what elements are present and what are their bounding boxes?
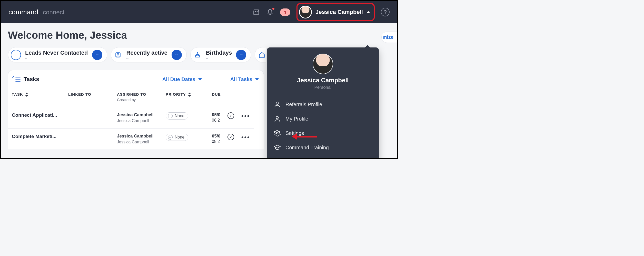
app-header: command connect 3 Jessica Campbell ? (1, 1, 397, 23)
menu-item-label: Command Training (285, 145, 329, 151)
pill-leads-never-contacted[interactable]: L Leads Never Contacted -- -- (8, 47, 107, 62)
tasks-table: TASK LINKED TO ASSIGNED TOCreated by PRI… (8, 87, 264, 150)
caret-up-icon (366, 11, 370, 13)
pill-sub: -- (206, 56, 232, 60)
birthday-icon (193, 51, 202, 59)
created-by: Jessica Campbell (117, 140, 158, 144)
tasks-panel: Tasks All Due Dates All Tasks TASK LINKE… (8, 70, 264, 150)
profile-menu: Jessica Campbell Personal Referrals Prof… (267, 47, 379, 159)
col-due[interactable]: DUE (208, 87, 224, 107)
help-icon[interactable]: ? (381, 8, 390, 16)
home-icon (257, 51, 266, 59)
due-date: 05/0 (212, 112, 220, 117)
filter-due-label: All Due Dates (162, 76, 195, 82)
table-row[interactable]: Complete Marketi... Jessica Campbell Jes… (8, 129, 254, 150)
brand: command connect (8, 8, 64, 16)
minus-icon (168, 114, 173, 118)
table-header-row: TASK LINKED TO ASSIGNED TOCreated by PRI… (8, 87, 250, 107)
menu-avatar (313, 54, 333, 74)
svg-point-2 (117, 53, 119, 55)
menu-item-label: Referrals Profile (285, 102, 322, 107)
created-by: Jessica Campbell (117, 119, 158, 123)
page-title: Welcome Home, Jessica (8, 29, 390, 41)
col-assigned[interactable]: ASSIGNED TOCreated by (113, 87, 162, 107)
pill-more[interactable] (255, 47, 266, 62)
priority-badge: None (166, 112, 188, 120)
menu-item-label: My Profile (285, 116, 308, 122)
svg-point-3 (276, 102, 278, 104)
menu-item-my-profile[interactable]: My Profile (267, 112, 379, 126)
menu-item-command-training[interactable]: Command Training (267, 140, 379, 155)
menu-item-log-out[interactable]: Log Out (267, 155, 379, 159)
filter-all-tasks[interactable]: All Tasks (230, 76, 259, 82)
col-linked[interactable]: LINKED TO (65, 87, 113, 107)
menu-user-role: Personal (267, 85, 379, 90)
complete-task-icon[interactable] (227, 134, 234, 140)
due-date: 05/0 (212, 134, 220, 139)
due-time: 08:2 (212, 118, 220, 123)
assigned-to: Jessica Campbell (117, 112, 158, 117)
menu-item-referrals-profile[interactable]: Referrals Profile (267, 97, 379, 112)
marketplace-icon[interactable] (252, 8, 260, 16)
brand-sub: connect (43, 9, 64, 16)
sort-icon (25, 93, 28, 97)
leads-icon: L (11, 50, 21, 60)
minus-icon (168, 135, 173, 140)
tasks-header: Tasks All Due Dates All Tasks (8, 70, 264, 87)
due-time: 08:2 (212, 139, 220, 144)
pill-sub: -- (126, 56, 167, 60)
annotation-arrow (292, 133, 317, 140)
svg-point-4 (276, 116, 278, 119)
col-priority[interactable]: PRIORITY (162, 87, 208, 107)
notifications-icon[interactable] (266, 8, 274, 16)
complete-task-icon[interactable] (227, 112, 234, 119)
pill-count: -- (236, 50, 246, 60)
pill-label: Leads Never Contacted (25, 50, 88, 56)
tasks-icon (13, 76, 21, 82)
tasks-title: Tasks (24, 76, 39, 83)
task-name: Connect Applicati... (12, 112, 61, 118)
svg-point-5 (276, 132, 278, 134)
pill-label: Birthdays (206, 50, 232, 56)
assigned-to: Jessica Campbell (117, 134, 158, 139)
menu-user-name: Jessica Campbell (267, 77, 379, 84)
chevron-down-icon (198, 78, 202, 81)
pill-label: Recently active (126, 50, 167, 56)
chevron-down-icon (255, 78, 259, 81)
brand-main: command (8, 8, 38, 16)
alert-count-badge[interactable]: 3 (280, 8, 290, 16)
priority-badge: None (166, 134, 188, 141)
avatar (299, 6, 312, 18)
header-actions: 3 Jessica Campbell ? (252, 3, 390, 21)
recently-active-icon (114, 51, 122, 59)
pill-recently-active[interactable]: Recently active -- -- (111, 47, 187, 62)
pill-birthdays[interactable]: Birthdays -- -- (190, 47, 251, 62)
table-row[interactable]: Connect Applicati... Jessica Campbell Je… (8, 107, 254, 129)
profile-name: Jessica Campbell (315, 9, 363, 15)
menu-item-settings[interactable]: Settings (267, 126, 379, 140)
profile-toggle[interactable]: Jessica Campbell (296, 3, 375, 21)
more-actions-icon[interactable]: ••• (241, 134, 250, 141)
col-task[interactable]: TASK (8, 87, 65, 107)
main-content: mize Welcome Home, Jessica L Leads Never… (1, 23, 397, 156)
notification-dot (272, 8, 274, 10)
pill-count: -- (172, 50, 182, 60)
sort-icon (188, 93, 191, 97)
svg-text:L: L (15, 53, 17, 57)
customize-button[interactable]: mize (381, 32, 398, 43)
task-name: Complete Marketi... (12, 134, 61, 139)
more-actions-icon[interactable]: ••• (241, 112, 250, 120)
pill-sub: -- (25, 56, 88, 60)
pill-count: -- (92, 50, 102, 60)
filter-tasks-label: All Tasks (230, 76, 252, 82)
filter-due-dates[interactable]: All Due Dates (162, 76, 202, 82)
